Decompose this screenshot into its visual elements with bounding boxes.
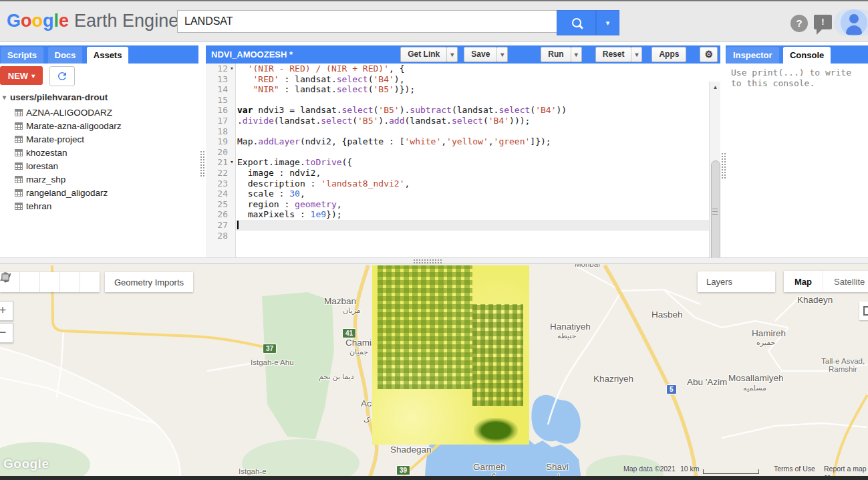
settings-gear-icon[interactable]: ⚙ xyxy=(700,47,718,62)
code-text: scale : 30, xyxy=(236,189,710,199)
code-line[interactable]: 16var ndvi3 = landsat.select('B5').subtr… xyxy=(206,105,710,116)
code-line[interactable]: 27 xyxy=(206,220,710,231)
get-link-dropdown[interactable]: ▾ xyxy=(446,47,458,62)
console-message: Use print(...) to write to this console. xyxy=(731,68,859,89)
new-asset-button[interactable]: NEW ▾ xyxy=(0,66,43,85)
editor-scrollbar[interactable]: ▲ ▼ xyxy=(709,82,720,257)
logo-letter: o xyxy=(32,11,43,31)
user-avatar[interactable] xyxy=(841,9,867,36)
code-line[interactable]: 13 'RED' : landsat.select('B4'), xyxy=(206,74,710,85)
search-input[interactable] xyxy=(177,10,563,33)
line-number: 18 xyxy=(206,126,236,137)
map-place-label: Monbar xyxy=(575,264,601,268)
scroll-up-icon[interactable]: ▲ xyxy=(710,82,720,92)
asset-list-item[interactable]: khozestan xyxy=(15,146,122,159)
line-number: 14 xyxy=(206,84,236,95)
map-type-satellite[interactable]: Satellite xyxy=(823,271,868,292)
map-place-label: جميان xyxy=(349,348,368,356)
code-lines: 12▾ '(NIR - RED) / (NIR + RED)', {13 'RE… xyxy=(206,64,710,241)
code-line[interactable]: 14 "NIR" : landsat.select('B5')}); xyxy=(206,84,710,95)
reset-button[interactable]: Reset xyxy=(595,47,632,62)
asset-root-label: users/pilehvaran-drout xyxy=(10,92,108,102)
asset-list-item[interactable]: lorestan xyxy=(15,159,122,172)
fullscreen-icon[interactable] xyxy=(859,302,868,320)
fold-arrow-icon[interactable]: ▾ xyxy=(228,64,236,74)
tab-assets[interactable]: Assets xyxy=(87,47,129,64)
horizontal-splitter[interactable] xyxy=(0,257,868,264)
reset-dropdown[interactable]: ▾ xyxy=(631,47,642,62)
apps-button[interactable]: Apps xyxy=(652,47,686,62)
tab-docs[interactable]: Docs xyxy=(48,47,83,64)
line-number: 17 xyxy=(206,116,236,126)
scripts-docs-assets-panel: Scripts Docs Assets NEW ▾ ▾ users/pilehv… xyxy=(0,45,198,257)
search-button[interactable] xyxy=(557,10,596,35)
code-text: '(NIR - RED) / (NIR + RED)', { xyxy=(236,64,710,74)
polygon-tool[interactable] xyxy=(60,272,80,292)
fold-arrow-icon[interactable]: ▾ xyxy=(228,157,236,168)
asset-list-item[interactable]: marz_shp xyxy=(15,172,122,186)
asset-tree-root[interactable]: ▾ users/pilehvaran-drout xyxy=(3,92,108,102)
map-viewport[interactable]: Geometry Imports + − Layers Map Satellit… xyxy=(0,264,868,480)
code-area[interactable]: 12▾ '(NIR - RED) / (NIR + RED)', {13 'RE… xyxy=(206,64,720,257)
terms-of-use-link[interactable]: Terms of Use xyxy=(774,465,815,473)
panel-resize-handle[interactable] xyxy=(200,150,205,177)
tab-console[interactable]: Console xyxy=(783,47,831,64)
run-dropdown[interactable]: ▾ xyxy=(571,47,582,62)
chevron-down-icon: ▾ xyxy=(606,19,610,27)
code-line[interactable]: 21▾Export.image.toDrive({ xyxy=(206,157,710,168)
video-progress-bar xyxy=(0,476,868,480)
rectangle-tool[interactable] xyxy=(80,272,100,292)
route-shield: 5 xyxy=(666,384,677,394)
layers-button[interactable]: Layers xyxy=(698,271,775,292)
point-marker-tool[interactable] xyxy=(20,272,40,292)
code-text: .divide(landsat.select('B5').add(landsat… xyxy=(236,116,710,126)
asset-list-item[interactable]: Marate-azna-aligoodarz xyxy=(15,119,122,132)
code-line[interactable]: 23 description : 'landsat8_ndvi2', xyxy=(206,178,710,189)
logo-letter: l xyxy=(54,11,59,31)
code-line[interactable]: 12▾ '(NIR - RED) / (NIR + RED)', { xyxy=(206,64,710,74)
feedback-button[interactable]: ! xyxy=(814,15,832,29)
refresh-assets-button[interactable] xyxy=(49,66,75,86)
asset-list-item[interactable]: rangeland_aligodarz xyxy=(15,186,122,199)
asset-list-item[interactable]: AZNA-ALIGOODARZ xyxy=(15,106,122,119)
geometry-imports-button[interactable]: Geometry Imports xyxy=(105,272,193,292)
asset-list-item[interactable]: tehran xyxy=(15,199,122,213)
code-line[interactable]: 22 image : ndvi2, xyxy=(206,168,710,178)
map-place-label: Istgah-e xyxy=(239,467,267,475)
get-link-button[interactable]: Get Link xyxy=(400,47,447,62)
code-line[interactable]: 26 maxPixels : 1e9}); xyxy=(206,209,710,220)
code-line[interactable]: 19Map.addLayer(ndvi2, {palette : ['white… xyxy=(206,136,710,147)
search-dropdown-button[interactable]: ▾ xyxy=(596,10,619,35)
search-icon xyxy=(572,18,581,27)
save-dropdown[interactable]: ▾ xyxy=(496,47,508,62)
code-line[interactable]: 20 xyxy=(206,147,710,158)
code-line[interactable]: 24 scale : 30, xyxy=(206,189,710,199)
code-line[interactable]: 15 xyxy=(206,95,710,106)
code-text: "NIR" : landsat.select('B5')}); xyxy=(236,84,710,95)
tab-scripts[interactable]: Scripts xyxy=(1,47,43,64)
asset-list-item[interactable]: Marate-project xyxy=(15,132,122,146)
app-header: GoogleEarth Engine ▾ ? ! xyxy=(0,1,868,42)
route-shield: 39 xyxy=(396,465,410,475)
code-text: Map.addLayer(ndvi2, {palette : ['white',… xyxy=(236,136,710,147)
asset-name: lorestan xyxy=(26,161,58,171)
line-tool[interactable] xyxy=(40,272,60,292)
asset-name: AZNA-ALIGOODARZ xyxy=(26,108,112,118)
code-line[interactable]: 18 xyxy=(206,126,710,137)
help-button[interactable]: ? xyxy=(790,15,808,32)
scrollbar-grip xyxy=(712,209,718,215)
splitter-drag-handle[interactable] xyxy=(413,259,442,264)
tab-inspector[interactable]: Inspector xyxy=(726,47,779,64)
zoom-in-button[interactable]: + xyxy=(0,301,13,321)
zoom-out-button[interactable]: − xyxy=(0,323,13,343)
text-cursor xyxy=(237,221,239,229)
map-place-label: Ramshir xyxy=(829,365,857,373)
code-line[interactable]: 25 region : geometry, xyxy=(206,199,710,210)
code-editor-panel: NDVI_AMOOZESH * Get Link ▾ Save ▾ Run ▾ … xyxy=(206,45,720,257)
map-type-map[interactable]: Map xyxy=(784,271,823,292)
code-line[interactable]: 28 xyxy=(206,231,710,241)
code-line[interactable]: 17.divide(landsat.select('B5').add(lands… xyxy=(206,116,710,126)
run-button[interactable]: Run xyxy=(541,47,571,62)
map-place-label: Khazriyeh xyxy=(593,374,633,384)
save-button[interactable]: Save xyxy=(464,47,497,62)
